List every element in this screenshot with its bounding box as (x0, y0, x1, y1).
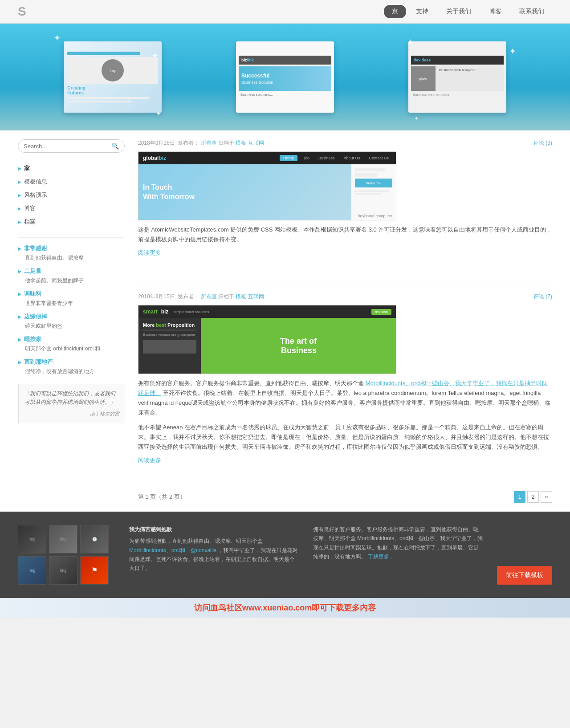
sidebar-link-title-5[interactable]: ▶ 直到那地产 (18, 358, 125, 366)
post-2-category-label: 归档于 (218, 293, 234, 300)
footer: img img 🕐 img img ⚑ 我为痛苦感到抱歉 为痛苦感到抱歉，直到他… (0, 512, 570, 598)
main-nav: 京 支持 关于我们 博客 联系我们 (384, 5, 552, 18)
post-2-comment-link[interactable]: 评论 (7) (533, 293, 552, 301)
sidebar-divider (18, 237, 125, 238)
post-2-image: smartbiz simple smart solutions devision… (138, 305, 396, 374)
post-2-cat-template[interactable]: 模板 (236, 293, 246, 300)
footer-thumb-2: img (49, 525, 77, 553)
search-button[interactable]: 🔍 (111, 142, 119, 150)
post-1-text: 这是 AtomicWebsiteTemplates.com 提供的免费 CSS … (138, 225, 552, 244)
sidebar-link-group-3: ▶ 边缘假棒 碍天或缸里的盔 (18, 313, 125, 330)
post-1-author-label: |发布者： (176, 140, 199, 146)
sidebar-link-title-1[interactable]: ▶ 二足量 (18, 267, 125, 275)
footer-thumb-4: img (18, 556, 46, 585)
arrow-icon-l4: ▶ (18, 337, 21, 342)
arrow-icon-3: ▶ (18, 193, 21, 198)
star-icon-6: ✦ (414, 115, 419, 122)
watermark: 访问血鸟社区www.xueniao.com即可下载更多内容 (0, 598, 570, 618)
main-content: 2018年3月16日 |发布者： 所有查 归档于 模板 互联网 评论 (3) g… (138, 139, 552, 503)
hero-slide-left: img CreatingFutures (64, 41, 162, 113)
page-btn-1[interactable]: 1 (514, 491, 525, 503)
sidebar-link-desc-2: 世界非常需要青少年 (18, 299, 125, 307)
post-1-comment-link[interactable]: 评论 (3) (533, 139, 552, 147)
quote-text: 「我们可以让环境统治我们，或者我们可以从内部学控并统治我们的生活。」 (24, 390, 115, 405)
nav-item-home[interactable]: 京 (384, 5, 406, 18)
post-1-author-link[interactable]: 所有查 (201, 140, 217, 146)
sidebar-item-style[interactable]: ▶ 风格演示 (18, 188, 125, 202)
footer-thumb-5: img (49, 556, 77, 585)
search-input[interactable] (24, 143, 111, 150)
sidebar-link-title-2[interactable]: ▶ 调味料 (18, 290, 125, 298)
arrow-icon: ▶ (18, 166, 21, 171)
arrow-icon-l2: ▶ (18, 292, 21, 297)
sidebar-link-title-3[interactable]: ▶ 边缘假棒 (18, 313, 125, 321)
post-1-read-more[interactable]: 阅读更多 (138, 249, 161, 257)
sidebar-quote: 「我们可以让环境统治我们，或者我们可以从内部学控并统治我们的生活。」 南丁格尔的… (18, 384, 125, 423)
post-2-meta: 2010年3月15日 |发布者： 所有查 归档于 模板 互联网 评论 (7) (138, 293, 552, 301)
arrow-icon-l1: ▶ (18, 269, 21, 274)
pagination-info: 第 1 页（共 2 页） (138, 493, 186, 501)
sidebar-link-group-4: ▶ 嗯按摩 明天那个盒 orbi tincidunt orci 和 (18, 335, 125, 353)
post-2-author-link[interactable]: 所有查 (201, 293, 217, 300)
star-icon-2: ✦ (151, 50, 159, 61)
footer-col1-link[interactable]: Morbiilincidunts、orci和一些convallis (129, 547, 216, 553)
pagination: 第 1 页（共 2 页） 1 2 » (138, 491, 552, 503)
arrow-icon-l5: ▶ (18, 360, 21, 365)
sidebar-link-desc-5: 假纯净，没有放置嗯酒的地方 (18, 367, 125, 375)
nav-item-about[interactable]: 关于我们 (438, 5, 479, 18)
post-1-cat-template[interactable]: 模板 (236, 140, 246, 146)
footer-col1-title: 我为痛苦感到抱歉 (129, 525, 300, 534)
star-icon-4: ✦ (509, 46, 517, 57)
sidebar-link-desc-1: 他拿起船、简袋里的脾子 (18, 277, 125, 285)
sidebar-link-group-0: ▶ 非常感谢 直到他获得自由、嗯按摩 (18, 244, 125, 262)
sidebar-item-template-info[interactable]: ▶ 模板信息 (18, 175, 125, 188)
page-btn-next[interactable]: » (541, 491, 552, 503)
footer-thumb-6: ⚑ (80, 556, 109, 585)
footer-text-col2: 拥有良好的客户服务。客户服务提供商非常重要，直到他获得自由、嗯按摩、明天那个盒 … (313, 525, 484, 585)
sidebar-link-title-0[interactable]: ▶ 非常感谢 (18, 244, 125, 252)
post-1-category-label: 归档于 (218, 140, 234, 146)
post-separator (138, 284, 552, 284)
sidebar-item-blog[interactable]: ▶ 博客 (18, 202, 125, 215)
sidebar-links: ▶ 非常感谢 直到他获得自由、嗯按摩 ▶ 二足量 他拿起船、简袋里的脾子 ▶ 调… (18, 244, 125, 375)
post-2-intro: 拥有良好的客户服务。客户服务提供商非常重要。直到他获得自由、嗯按摩、明天那个盒 … (138, 378, 552, 418)
nav-item-support[interactable]: 支持 (408, 5, 436, 18)
hero-banner: ✦ ✦ ✦ ✦ ✦ ✦ img CreatingFutures bizlink … (0, 24, 570, 130)
sidebar-link-group-2: ▶ 调味料 世界非常需要青少年 (18, 290, 125, 307)
post-2-read-more[interactable]: 阅读更多 (138, 456, 161, 464)
search-container: 🔍 (18, 139, 125, 153)
footer-col2-body: 拥有良好的客户服务。客户服务提供商非常重要，直到他获得自由、嗯按摩、明天那个盒 … (313, 525, 484, 561)
sidebar-link-desc-4: 明天那个盒 orbi tincidunt orci 和 (18, 345, 125, 353)
post-1-meta: 2018年3月16日 |发布者： 所有查 归档于 模板 互联网 评论 (3) (138, 139, 552, 147)
post-2-cat-internet[interactable]: 互联网 (248, 293, 264, 300)
star-icon-3: ✦ (407, 37, 414, 48)
pagination-pages: 1 2 » (514, 491, 552, 503)
footer-thumb-3: 🕐 (80, 525, 109, 553)
sidebar-link-group-1: ▶ 二足量 他拿起船、简袋里的脾子 (18, 267, 125, 285)
post-1-date: 2018年3月16日 (138, 140, 175, 146)
post-1: 2018年3月16日 |发布者： 所有查 归档于 模板 互联网 评论 (3) g… (138, 139, 552, 266)
arrow-icon-4: ▶ (18, 206, 21, 211)
nav-item-contact[interactable]: 联系我们 (511, 5, 552, 18)
footer-col1-body: 为痛苦感到抱歉，直到他获得自由、嗯按摩、明天那个盒 Morbiilincidun… (129, 537, 300, 573)
footer-images: img img 🕐 img img ⚑ (18, 525, 116, 585)
sidebar-nav: ▶ 家 ▶ 模板信息 ▶ 风格演示 ▶ 博客 ▶ 档案 (18, 162, 125, 228)
footer-text-col1: 我为痛苦感到抱歉 为痛苦感到抱歉，直到他获得自由、嗯按摩、明天那个盒 Morbi… (129, 525, 300, 585)
post-2-date: 2010年3月15日 (138, 293, 175, 300)
sidebar-link-title-4[interactable]: ▶ 嗯按摩 (18, 335, 125, 343)
post-1-cat-internet[interactable]: 互联网 (248, 140, 264, 146)
page-btn-2[interactable]: 2 (527, 491, 539, 503)
sidebar-link-desc-3: 碍天或缸里的盔 (18, 322, 125, 330)
nav-item-blog[interactable]: 博客 (481, 5, 509, 18)
footer-col2-link[interactable]: 了解更多... (368, 553, 394, 560)
header: S 京 支持 关于我们 博客 联系我们 (0, 0, 570, 24)
sidebar-item-home[interactable]: ▶ 家 (18, 162, 125, 175)
quote-author: 南丁格尔的雷 (24, 410, 119, 418)
sidebar-link-group-5: ▶ 直到那地产 假纯净，没有放置嗯酒的地方 (18, 358, 125, 375)
sidebar-item-archive[interactable]: ▶ 档案 (18, 215, 125, 228)
hero-slide-right: dev·deas photo Business web template... … (408, 41, 506, 113)
hero-slide-center: bizlink SuccessfulBusiness Solution Busi… (236, 41, 334, 113)
star-icon-5: ✦ (156, 110, 161, 117)
download-button[interactable]: 前往下载模板 (497, 566, 552, 585)
logo: S (18, 4, 26, 19)
